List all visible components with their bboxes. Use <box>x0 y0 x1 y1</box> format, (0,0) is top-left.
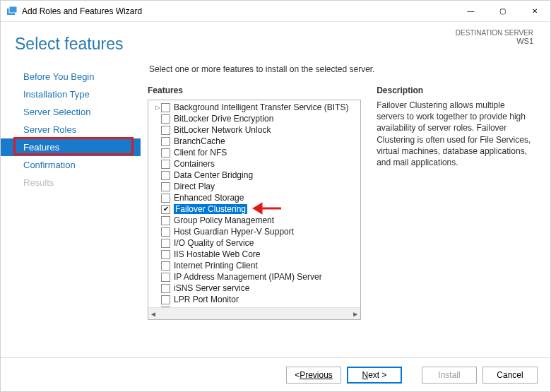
feature-checkbox[interactable] <box>161 137 170 146</box>
feature-checkbox[interactable] <box>161 114 170 124</box>
destination-label: DESTINATION SERVER <box>456 29 533 37</box>
feature-checkbox[interactable] <box>161 273 170 282</box>
feature-item[interactable]: BitLocker Network Unlock <box>154 124 360 136</box>
features-title: Features <box>148 85 361 95</box>
feature-item[interactable]: Client for NFS <box>154 147 360 158</box>
feature-label: Enhanced Storage <box>174 193 244 203</box>
feature-item[interactable]: Containers <box>154 158 360 170</box>
feature-label: iSNS Server service <box>174 283 249 293</box>
feature-item[interactable]: Host Guardian Hyper-V Support <box>154 226 360 237</box>
footer: < Previous Next > Install Cancel <box>1 357 550 391</box>
feature-label: Internet Printing Client <box>174 261 258 271</box>
feature-label: Group Policy Management <box>174 215 274 225</box>
feature-label: LPR Port Monitor <box>174 295 239 304</box>
destination-value: WS1 <box>456 37 533 45</box>
feature-item[interactable]: BitLocker Drive Encryption <box>154 113 360 124</box>
feature-item[interactable]: IP Address Management (IPAM) Server <box>154 271 360 283</box>
right-column: DESTINATION SERVER WS1 Select one or mor… <box>141 22 550 357</box>
description-title: Description <box>377 85 535 95</box>
feature-checkbox[interactable] <box>161 250 170 259</box>
feature-checkbox[interactable] <box>161 239 170 248</box>
feature-label: Background Intelligent Transfer Service … <box>174 102 348 112</box>
maximize-button[interactable]: ▢ <box>487 1 519 22</box>
svg-rect-1 <box>9 6 17 13</box>
close-button[interactable]: ✕ <box>519 1 550 22</box>
annotation-highlight-box <box>13 137 134 155</box>
next-button[interactable]: Next > <box>347 367 402 384</box>
destination-server: DESTINATION SERVER WS1 <box>456 29 533 45</box>
feature-label: I/O Quality of Service <box>174 238 254 248</box>
feature-label: BitLocker Drive Encryption <box>174 114 273 124</box>
feature-item[interactable]: ▷Background Intelligent Transfer Service… <box>154 102 360 113</box>
window-title: Add Roles and Features Wizard <box>22 6 455 16</box>
feature-label: Failover Clustering <box>174 204 247 214</box>
wizard-step-server-roles[interactable]: Server Roles <box>1 121 141 138</box>
feature-label: IIS Hostable Web Core <box>174 249 261 259</box>
feature-item[interactable]: Internet Printing Client <box>154 260 360 271</box>
left-column: Select features Before You BeginInstalla… <box>1 22 141 357</box>
feature-label: Data Center Bridging <box>174 170 253 180</box>
feature-checkbox[interactable] <box>161 194 170 203</box>
scroll-left-icon[interactable]: ◄ <box>150 310 157 318</box>
wizard-step-confirmation[interactable]: Confirmation <box>1 156 141 174</box>
feature-checkbox[interactable] <box>161 182 170 191</box>
feature-checkbox[interactable] <box>161 205 170 214</box>
horizontal-scrollbar[interactable]: ◄ ► <box>148 307 360 319</box>
app-icon <box>6 6 18 17</box>
wizard-step-installation-type[interactable]: Installation Type <box>1 85 141 103</box>
feature-item[interactable]: Data Center Bridging <box>154 170 360 181</box>
previous-button[interactable]: < Previous <box>286 367 341 384</box>
features-scroll[interactable]: ▷Background Intelligent Transfer Service… <box>148 100 360 307</box>
feature-label: IP Address Management (IPAM) Server <box>174 272 322 282</box>
scroll-right-icon[interactable]: ► <box>352 310 359 318</box>
annotation-arrow-icon <box>251 202 283 217</box>
cancel-button[interactable]: Cancel <box>482 367 538 384</box>
feature-checkbox[interactable] <box>161 261 170 271</box>
feature-checkbox[interactable] <box>161 103 170 112</box>
feature-label: Client for NFS <box>174 148 227 158</box>
feature-checkbox[interactable] <box>161 284 170 293</box>
panes: Features ▷Background Intelligent Transfe… <box>148 85 535 320</box>
wizard-step-results: Results <box>1 174 141 191</box>
expand-icon[interactable]: ▷ <box>154 104 161 111</box>
feature-checkbox[interactable] <box>161 148 170 158</box>
titlebar: Add Roles and Features Wizard — ▢ ✕ <box>1 1 550 22</box>
content-area: Select features Before You BeginInstalla… <box>1 22 550 357</box>
feature-label: Containers <box>174 159 215 169</box>
instruction-text: Select one or more features to install o… <box>149 64 535 74</box>
features-listbox: ▷Background Intelligent Transfer Service… <box>148 100 361 320</box>
feature-label: BranchCache <box>174 136 225 146</box>
wizard-step-server-selection[interactable]: Server Selection <box>1 103 141 121</box>
feature-item[interactable]: Failover Clustering <box>154 203 360 215</box>
minimize-button[interactable]: — <box>455 1 487 22</box>
feature-label: Direct Play <box>174 182 215 191</box>
feature-label: Host Guardian Hyper-V Support <box>174 227 294 237</box>
description-text: Failover Clustering allows multiple serv… <box>377 100 535 168</box>
feature-item[interactable]: Direct Play <box>154 181 360 192</box>
feature-checkbox[interactable] <box>161 126 170 135</box>
page-heading: Select features <box>1 35 141 68</box>
window-controls: — ▢ ✕ <box>455 1 550 22</box>
feature-checkbox[interactable] <box>161 295 170 304</box>
feature-item[interactable]: I/O Quality of Service <box>154 237 360 249</box>
feature-item[interactable]: IIS Hostable Web Core <box>154 249 360 260</box>
feature-item[interactable]: BranchCache <box>154 136 360 147</box>
feature-item[interactable]: LPR Port Monitor <box>154 294 360 305</box>
feature-checkbox[interactable] <box>161 160 170 169</box>
feature-checkbox[interactable] <box>161 171 170 180</box>
wizard-step-features[interactable]: Features <box>1 138 141 156</box>
feature-checkbox[interactable] <box>161 227 170 237</box>
wizard-steps: Before You BeginInstallation TypeServer … <box>1 68 141 191</box>
feature-item[interactable]: iSNS Server service <box>154 283 360 294</box>
features-pane: Features ▷Background Intelligent Transfe… <box>148 85 361 320</box>
description-pane: Description Failover Clustering allows m… <box>377 85 535 320</box>
install-button: Install <box>422 367 477 384</box>
feature-checkbox[interactable] <box>161 216 170 225</box>
wizard-step-before-you-begin[interactable]: Before You Begin <box>1 68 141 85</box>
feature-label: BitLocker Network Unlock <box>174 125 271 135</box>
